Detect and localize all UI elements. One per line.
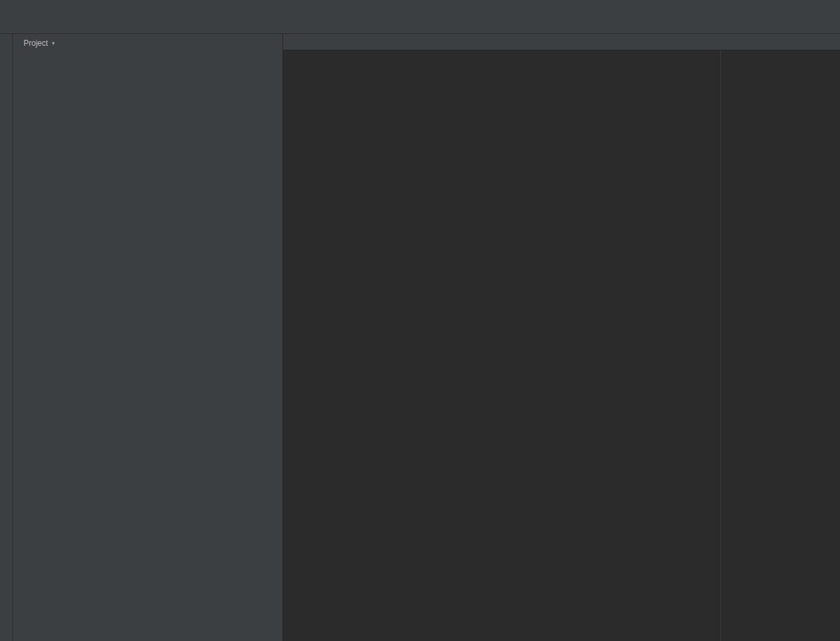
project-panel-title: Project xyxy=(24,39,48,48)
project-view-selector[interactable]: Project ▾ xyxy=(20,39,55,48)
right-margin-guide xyxy=(720,50,721,641)
breadcrumb-bar xyxy=(0,14,840,34)
chevron-down-icon: ▾ xyxy=(52,40,55,46)
project-panel-header: Project ▾ xyxy=(13,34,282,52)
editor-area xyxy=(283,34,840,641)
main-area: Project ▾ xyxy=(0,34,840,641)
project-tree[interactable] xyxy=(13,52,282,641)
ide-window: Project ▾ xyxy=(0,0,840,641)
editor-tab-bar xyxy=(283,34,840,50)
menu-bar xyxy=(0,0,840,14)
left-tool-strip xyxy=(0,34,13,641)
project-tool-window: Project ▾ xyxy=(13,34,283,641)
code-editor[interactable] xyxy=(283,50,840,641)
